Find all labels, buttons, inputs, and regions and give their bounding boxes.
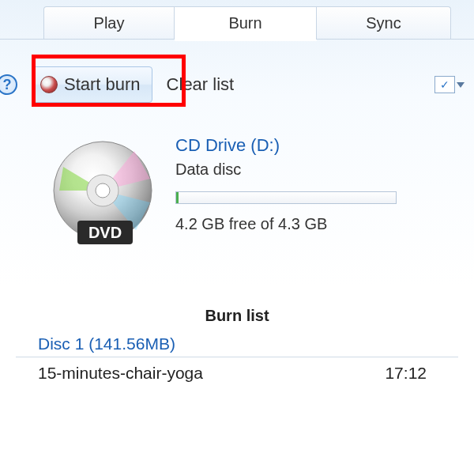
start-burn-button[interactable]: Start burn bbox=[32, 66, 152, 103]
list-item[interactable]: 15-minutes-chair-yoga 17:12 bbox=[0, 357, 474, 383]
disc-type-label: Data disc bbox=[175, 161, 397, 179]
svg-point-5 bbox=[96, 183, 110, 198]
track-duration: 17:12 bbox=[385, 364, 427, 383]
chevron-down-icon bbox=[457, 82, 465, 88]
disc-summary-label: Disc 1 (141.56MB) bbox=[0, 334, 474, 353]
tab-sync[interactable]: Sync bbox=[317, 6, 451, 40]
dvd-disc-icon: DVD bbox=[47, 135, 158, 258]
tab-play[interactable]: Play bbox=[43, 6, 175, 40]
list-options-button[interactable]: ✓ bbox=[434, 76, 465, 93]
track-name: 15-minutes-chair-yoga bbox=[38, 364, 385, 383]
tab-burn[interactable]: Burn bbox=[175, 6, 317, 40]
dvd-badge: DVD bbox=[88, 224, 122, 241]
start-burn-label: Start burn bbox=[64, 74, 141, 95]
burn-icon bbox=[40, 76, 58, 93]
help-icon[interactable]: ? bbox=[0, 74, 17, 95]
disc-space-bar bbox=[175, 191, 397, 204]
checklist-icon: ✓ bbox=[434, 76, 455, 93]
disc-free-space: 4.2 GB free of 4.3 GB bbox=[175, 215, 397, 233]
disc-info-panel: DVD CD Drive (D:) Data disc 4.2 GB free … bbox=[0, 130, 474, 258]
toolbar: ? Start burn Clear list ✓ bbox=[0, 62, 474, 107]
burn-list-heading: Burn list bbox=[0, 307, 474, 325]
clear-list-button[interactable]: Clear list bbox=[167, 74, 235, 95]
tab-bar: Play Burn Sync bbox=[0, 0, 474, 40]
drive-name[interactable]: CD Drive (D:) bbox=[175, 135, 397, 156]
